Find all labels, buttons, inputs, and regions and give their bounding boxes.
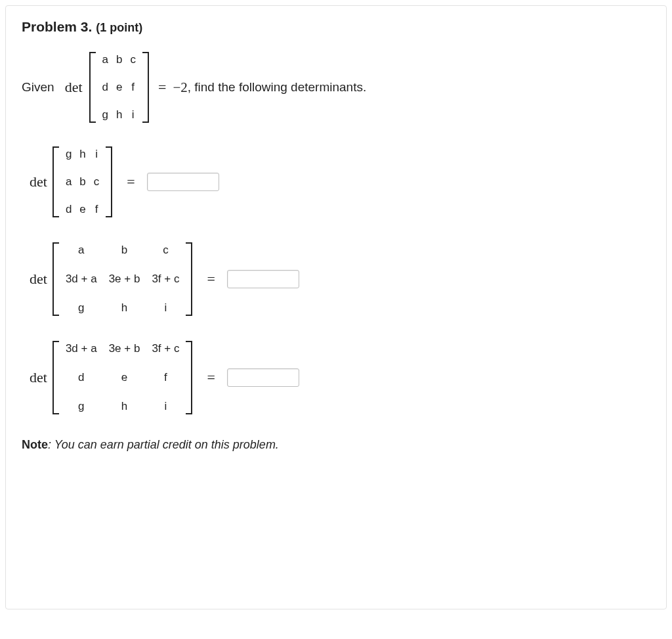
bracket-right-icon (186, 340, 192, 416)
answer-input-3[interactable] (227, 368, 299, 387)
matrix-3: 3d + a 3e + b 3f + c d e f g h i (52, 340, 193, 416)
equals-sign: = (207, 369, 215, 386)
bracket-right-icon (186, 241, 192, 317)
matrix-2: a b c 3d + a 3e + b 3f + c g h i (52, 241, 193, 317)
question-3: det 3d + a 3e + b 3f + c d e f g h i = (22, 340, 650, 416)
det-label: det (65, 79, 83, 96)
note-label: Note (22, 438, 48, 451)
matrix-1: g h i a b c d e f (52, 145, 112, 219)
given-suffix: , find the following determinants. (188, 80, 367, 95)
problem-points: (1 point) (96, 21, 142, 34)
answer-input-1[interactable] (147, 173, 219, 191)
question-2: det a b c 3d + a 3e + b 3f + c g h i = (22, 241, 650, 317)
bracket-left-icon (89, 51, 96, 124)
problem-frame: Problem 3. (1 point) Given det a b c d e… (5, 5, 667, 609)
equals-sign: = (127, 173, 135, 190)
det-label: det (30, 173, 47, 190)
equals-sign: = (207, 271, 215, 288)
bracket-left-icon (52, 241, 59, 317)
bracket-right-icon (106, 145, 112, 219)
given-matrix: a b c d e f g h i (89, 51, 149, 124)
given-line: Given det a b c d e f g h i = −2 (22, 51, 650, 124)
equals-sign: = (158, 79, 166, 96)
bracket-left-icon (52, 340, 59, 416)
det-label: det (30, 271, 47, 288)
given-prefix: Given (22, 80, 54, 95)
bracket-right-icon (142, 51, 149, 124)
problem-title: Problem 3. (1 point) (22, 19, 650, 35)
question-1: det g h i a b c d e f = (22, 145, 650, 219)
problem-number: Problem 3. (22, 19, 92, 34)
answer-input-2[interactable] (227, 270, 299, 288)
bracket-left-icon (52, 145, 59, 219)
given-value: −2 (173, 79, 187, 96)
note-line: Note: You can earn partial credit on thi… (22, 438, 650, 452)
det-label: det (30, 369, 47, 386)
note-text: : You can earn partial credit on this pr… (48, 438, 279, 451)
